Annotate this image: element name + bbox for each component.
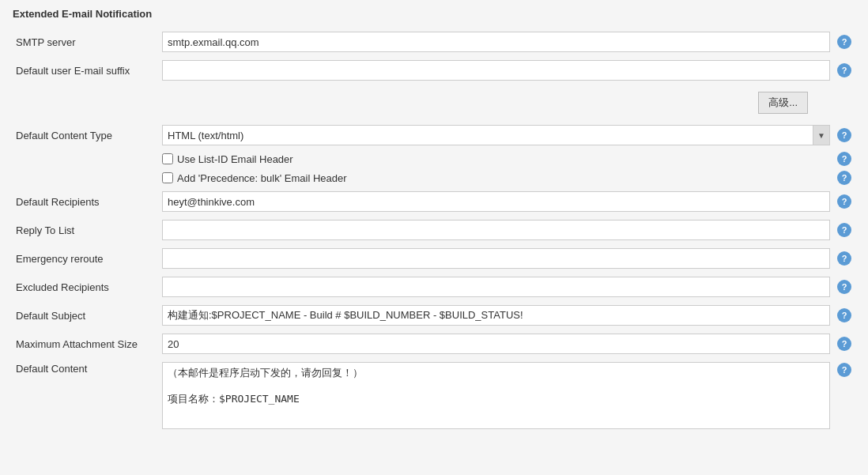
use-list-id-help-icon[interactable]: ? bbox=[837, 152, 851, 166]
max-attachment-label: Maximum Attachment Size bbox=[13, 330, 159, 358]
use-list-id-text: Use List-ID Email Header bbox=[177, 153, 293, 165]
email-suffix-input[interactable] bbox=[162, 60, 830, 81]
default-subject-label: Default Subject bbox=[13, 301, 159, 330]
smtp-server-label: SMTP server bbox=[13, 28, 159, 56]
emergency-reroute-help-icon[interactable]: ? bbox=[837, 251, 851, 266]
reply-to-list-help-icon[interactable]: ? bbox=[837, 223, 851, 237]
excluded-recipients-label: Excluded Recipients bbox=[13, 273, 159, 301]
emergency-reroute-input-cell bbox=[159, 244, 833, 273]
default-content-label: Default Content bbox=[13, 358, 159, 435]
default-subject-help-icon[interactable]: ? bbox=[837, 308, 851, 322]
section-title: Extended E-mail Notification bbox=[13, 8, 855, 20]
max-attachment-input[interactable] bbox=[162, 334, 830, 354]
default-subject-row: Default Subject ? bbox=[13, 301, 855, 330]
emergency-reroute-label: Emergency reroute bbox=[13, 244, 159, 273]
form-table: SMTP server ? Default user E-mail suffix… bbox=[13, 28, 855, 435]
smtp-server-input-cell bbox=[159, 28, 833, 56]
max-attachment-row: Maximum Attachment Size ? bbox=[13, 330, 855, 358]
default-content-textarea-cell bbox=[159, 358, 833, 435]
email-suffix-label: Default user E-mail suffix bbox=[13, 56, 159, 85]
add-precedence-cell: Add 'Precedence: bulk' Email Header bbox=[159, 168, 833, 187]
excluded-recipients-help-icon[interactable]: ? bbox=[837, 280, 851, 294]
default-recipients-label: Default Recipients bbox=[13, 187, 159, 216]
content-type-select[interactable]: HTML (text/html) Plain Text (text/plain) bbox=[162, 125, 830, 145]
default-content-textarea[interactable] bbox=[162, 362, 830, 429]
extended-email-notification-panel: Extended E-mail Notification SMTP server… bbox=[0, 0, 868, 475]
reply-to-list-label: Reply To List bbox=[13, 216, 159, 244]
content-type-label: Default Content Type bbox=[13, 121, 159, 149]
default-recipients-input-cell bbox=[159, 187, 833, 216]
default-recipients-input[interactable] bbox=[162, 191, 830, 212]
excluded-recipients-input-cell bbox=[159, 273, 833, 301]
default-content-row: Default Content ? bbox=[13, 358, 855, 435]
advanced-button-cell: 高级... bbox=[159, 85, 833, 121]
use-list-id-row: Use List-ID Email Header ? bbox=[13, 149, 855, 168]
email-suffix-help-icon[interactable]: ? bbox=[837, 63, 851, 77]
add-precedence-label[interactable]: Add 'Precedence: bulk' Email Header bbox=[162, 172, 830, 184]
email-suffix-help-cell: ? bbox=[833, 56, 855, 85]
excluded-recipients-row: Excluded Recipients ? bbox=[13, 273, 855, 301]
content-type-select-cell: HTML (text/html) Plain Text (text/plain)… bbox=[159, 121, 833, 149]
smtp-server-input[interactable] bbox=[162, 32, 830, 52]
excluded-recipients-input[interactable] bbox=[162, 277, 830, 297]
content-type-help-icon[interactable]: ? bbox=[837, 128, 851, 142]
reply-to-list-input-cell bbox=[159, 216, 833, 244]
default-subject-input[interactable] bbox=[162, 305, 830, 326]
emergency-reroute-input[interactable] bbox=[162, 248, 830, 269]
add-precedence-row: Add 'Precedence: bulk' Email Header ? bbox=[13, 168, 855, 187]
add-precedence-text: Add 'Precedence: bulk' Email Header bbox=[177, 172, 347, 184]
use-list-id-cell: Use List-ID Email Header bbox=[159, 149, 833, 168]
reply-to-list-input[interactable] bbox=[162, 220, 830, 240]
max-attachment-help-icon[interactable]: ? bbox=[837, 337, 851, 351]
reply-to-list-row: Reply To List ? bbox=[13, 216, 855, 244]
smtp-server-row: SMTP server ? bbox=[13, 28, 855, 56]
default-recipients-row: Default Recipients ? bbox=[13, 187, 855, 216]
emergency-reroute-row: Emergency reroute ? bbox=[13, 244, 855, 273]
email-suffix-input-cell bbox=[159, 56, 833, 85]
use-list-id-label[interactable]: Use List-ID Email Header bbox=[162, 153, 830, 165]
content-type-select-wrapper: HTML (text/html) Plain Text (text/plain)… bbox=[162, 125, 830, 145]
default-subject-input-cell bbox=[159, 301, 833, 330]
smtp-server-help-cell: ? bbox=[833, 28, 855, 56]
default-content-help-icon[interactable]: ? bbox=[837, 363, 851, 377]
add-precedence-checkbox[interactable] bbox=[162, 172, 173, 183]
use-list-id-checkbox[interactable] bbox=[162, 153, 173, 164]
smtp-server-help-icon[interactable]: ? bbox=[837, 35, 851, 49]
add-precedence-help-icon[interactable]: ? bbox=[837, 171, 851, 185]
advanced-button[interactable]: 高级... bbox=[758, 92, 808, 114]
email-suffix-row: Default user E-mail suffix ? bbox=[13, 56, 855, 85]
max-attachment-input-cell bbox=[159, 330, 833, 358]
default-recipients-help-icon[interactable]: ? bbox=[837, 194, 851, 209]
content-type-row: Default Content Type HTML (text/html) Pl… bbox=[13, 121, 855, 149]
advanced-button-row: 高级... bbox=[13, 85, 855, 121]
